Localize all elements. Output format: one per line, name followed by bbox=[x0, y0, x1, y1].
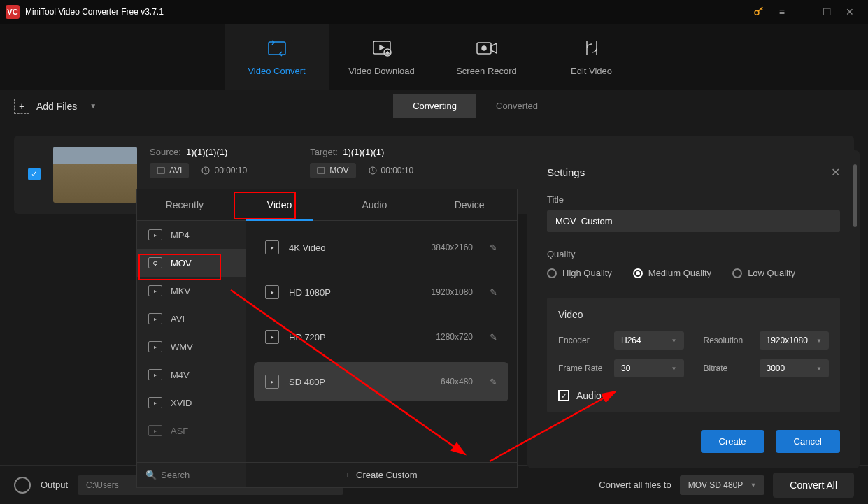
svg-point-5 bbox=[482, 46, 486, 50]
chevron-down-icon[interactable]: ▼ bbox=[90, 102, 97, 110]
resolution-item-4k[interactable]: ▸ 4K Video 3840x2160 ✎ bbox=[254, 228, 508, 267]
audio-checkbox[interactable]: ✓ Audio bbox=[558, 390, 829, 401]
format-item-mp4[interactable]: ▸MP4 bbox=[137, 221, 246, 249]
app-logo: VC bbox=[6, 5, 20, 19]
format-item-xvid[interactable]: ▸XVID bbox=[137, 389, 246, 417]
resolution-select[interactable]: 1920x1080▼ bbox=[760, 331, 830, 350]
tab-screen-record[interactable]: Screen Record bbox=[434, 24, 539, 90]
framerate-label: Frame Rate bbox=[558, 363, 607, 373]
format-search[interactable]: 🔍 Search bbox=[137, 463, 246, 487]
main-tabs: Video Convert Video Download Screen Reco… bbox=[0, 24, 868, 90]
source-label: Source: 1)(1)(1)(1) bbox=[150, 147, 247, 157]
target-label: Target: 1)(1)(1)(1) bbox=[310, 147, 413, 157]
menu-icon[interactable]: ≡ bbox=[779, 6, 785, 17]
format-item-asf[interactable]: ▸ASF bbox=[137, 417, 246, 445]
target-format-chip[interactable]: MOV bbox=[310, 163, 355, 178]
video-section-label: Video bbox=[558, 309, 829, 320]
close-settings-icon[interactable]: ✕ bbox=[831, 166, 840, 179]
resolution-item-480p[interactable]: ▸ SD 480P 640x480 ✎ bbox=[254, 362, 508, 401]
svg-rect-8 bbox=[318, 168, 325, 173]
format-picker: Recently Video Audio Device ▸MP4 QMOV ▸M… bbox=[136, 189, 518, 488]
tab-video-download[interactable]: Video Download bbox=[329, 24, 434, 90]
converted-tab[interactable]: Converted bbox=[476, 94, 557, 118]
format-tab-video[interactable]: Video bbox=[232, 189, 327, 220]
edit-icon[interactable]: ✎ bbox=[490, 377, 497, 387]
clock-icon[interactable] bbox=[14, 477, 31, 494]
plus-icon: + bbox=[345, 470, 350, 480]
add-files-button[interactable]: + Add Files ▼ bbox=[14, 99, 97, 114]
settings-scrollbar[interactable] bbox=[853, 164, 857, 227]
quality-label: Quality bbox=[547, 249, 840, 259]
resolution-list: ▸ 4K Video 3840x2160 ✎ ▸ HD 1080P 1920x1… bbox=[246, 221, 517, 462]
video-thumbnail bbox=[53, 147, 137, 203]
title-input[interactable] bbox=[547, 210, 840, 232]
format-list: ▸MP4 QMOV ▸MKV ▸AVI ▸WMV ▸M4V ▸XVID ▸ASF bbox=[137, 221, 246, 462]
create-button[interactable]: Create bbox=[701, 430, 764, 453]
target-duration: 00:00:10 bbox=[369, 166, 414, 175]
download-icon bbox=[371, 38, 392, 59]
resolution-label: Resolution bbox=[704, 336, 753, 345]
convert-all-label: Convert all files to bbox=[599, 480, 671, 490]
record-icon bbox=[475, 38, 499, 59]
create-custom-button[interactable]: + Create Custom bbox=[246, 463, 517, 487]
output-label: Output bbox=[41, 480, 68, 490]
svg-rect-6 bbox=[157, 168, 164, 173]
file-checkbox[interactable]: ✓ bbox=[28, 168, 41, 180]
format-tab-device[interactable]: Device bbox=[422, 189, 517, 220]
quality-high-radio[interactable]: High Quality bbox=[547, 268, 612, 278]
resolution-item-1080p[interactable]: ▸ HD 1080P 1920x1080 ✎ bbox=[254, 273, 508, 312]
close-icon[interactable]: ✕ bbox=[846, 6, 854, 17]
encoder-select[interactable]: H264▼ bbox=[614, 331, 684, 350]
tab-edit-video[interactable]: Edit Video bbox=[539, 24, 644, 90]
minimize-icon[interactable]: — bbox=[799, 6, 809, 17]
format-item-wmv[interactable]: ▸WMV bbox=[137, 333, 246, 361]
format-tab-recently[interactable]: Recently bbox=[137, 189, 232, 220]
maximize-icon[interactable]: ☐ bbox=[823, 6, 832, 17]
convert-target-select[interactable]: MOV SD 480P▼ bbox=[680, 475, 765, 495]
quality-low-radio[interactable]: Low Quality bbox=[732, 268, 795, 278]
format-item-m4v[interactable]: ▸M4V bbox=[137, 361, 246, 389]
convert-all-button[interactable]: Convert All bbox=[773, 473, 854, 498]
encoder-label: Encoder bbox=[558, 336, 607, 345]
framerate-select[interactable]: 30▼ bbox=[614, 359, 684, 377]
edit-icon[interactable]: ✎ bbox=[490, 287, 497, 298]
key-icon[interactable] bbox=[753, 5, 765, 20]
edit-icon[interactable]: ✎ bbox=[490, 243, 497, 253]
source-format-chip: AVI bbox=[150, 163, 189, 178]
edit-icon[interactable]: ✎ bbox=[490, 332, 497, 343]
edit-video-icon bbox=[583, 38, 601, 59]
format-item-mkv[interactable]: ▸MKV bbox=[137, 277, 246, 305]
titlebar: VC MiniTool Video Converter Free v3.7.1 … bbox=[0, 0, 868, 24]
quality-medium-radio[interactable]: Medium Quality bbox=[633, 268, 711, 278]
app-title: MiniTool Video Converter Free v3.7.1 bbox=[25, 7, 747, 17]
cancel-button[interactable]: Cancel bbox=[776, 430, 840, 453]
bitrate-select[interactable]: 3000▼ bbox=[760, 359, 830, 377]
converting-tab[interactable]: Converting bbox=[393, 94, 476, 118]
format-tab-audio[interactable]: Audio bbox=[327, 189, 422, 220]
bitrate-label: Bitrate bbox=[704, 363, 753, 373]
add-files-icon: + bbox=[14, 99, 29, 114]
source-duration: 00:00:10 bbox=[201, 166, 247, 175]
tab-video-convert[interactable]: Video Convert bbox=[225, 24, 329, 90]
format-item-mov[interactable]: QMOV bbox=[137, 249, 246, 277]
format-item-avi[interactable]: ▸AVI bbox=[137, 305, 246, 333]
title-field-label: Title bbox=[547, 194, 840, 205]
convert-icon bbox=[266, 38, 287, 59]
subbar: + Add Files ▼ Converting Converted bbox=[0, 90, 868, 122]
settings-title: Settings bbox=[547, 166, 585, 178]
search-icon: 🔍 bbox=[145, 470, 157, 480]
settings-panel: Settings ✕ Title Quality High Quality Me… bbox=[527, 150, 860, 468]
resolution-item-720p[interactable]: ▸ HD 720P 1280x720 ✎ bbox=[254, 317, 508, 357]
svg-rect-1 bbox=[269, 42, 285, 55]
